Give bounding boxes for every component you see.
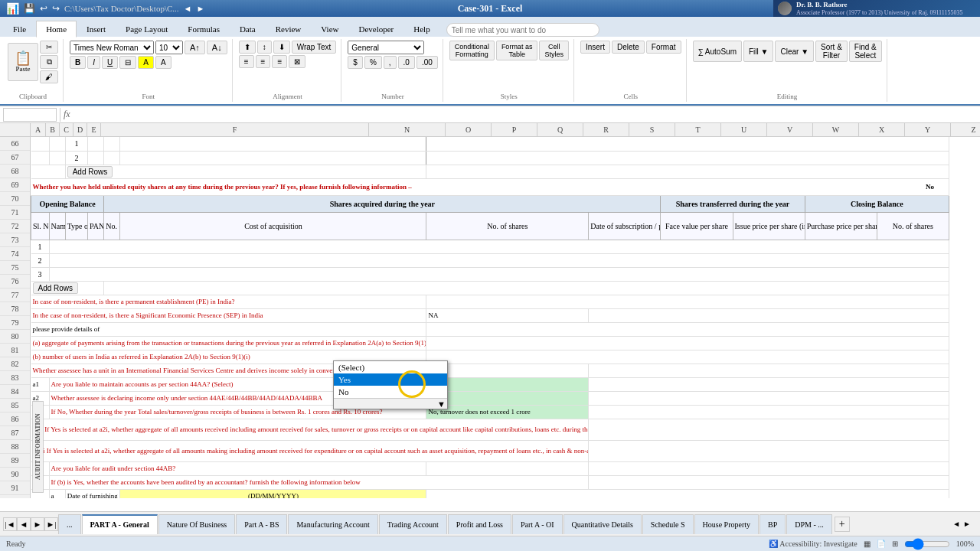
cell-68-a[interactable] — [31, 165, 66, 178]
sheet-tab-nature-of-business[interactable]: Nature Of Business — [158, 514, 235, 534]
quick-access-redo[interactable]: ↪ — [52, 3, 60, 15]
font-color-btn[interactable]: A — [155, 56, 172, 69]
cell-86[interactable]: a2iii If Yes is selected at a2i, whether… — [31, 440, 589, 461]
cell-67-e[interactable] — [104, 151, 120, 165]
cell-73-a[interactable]: 2 — [31, 253, 50, 267]
add-rows-button-68[interactable]: Add Rows — [67, 166, 113, 178]
sheet-tab-part-a-general[interactable]: PART A - General — [82, 514, 158, 534]
dropdown-option-yes[interactable]: Yes — [334, 373, 447, 386]
cell-77-q[interactable]: In the case of non-resident, is there a … — [31, 308, 426, 322]
font-decrease-btn[interactable]: A↓ — [207, 41, 227, 54]
bold-btn[interactable]: B — [70, 56, 86, 69]
cell-66-e[interactable] — [104, 137, 120, 151]
rownum-87[interactable]: 87 — [0, 426, 30, 440]
cell-79[interactable]: (a) aggregate of payments arising from t… — [31, 336, 426, 350]
rownum-70[interactable]: 70 — [0, 192, 30, 206]
cell-66-f[interactable] — [120, 137, 426, 151]
col-E[interactable]: E — [87, 123, 101, 136]
insert-btn[interactable]: Insert — [580, 41, 610, 54]
sheet-nav-next[interactable]: ► — [31, 517, 44, 531]
tab-file[interactable]: File — [3, 20, 36, 37]
autosum-btn[interactable]: ∑ AutoSum — [693, 41, 743, 62]
rownum-83[interactable]: 83 — [0, 371, 30, 385]
col-R[interactable]: R — [583, 123, 629, 136]
cell-66-a[interactable] — [31, 137, 50, 151]
find-select-btn[interactable]: Find &Select — [849, 41, 882, 62]
copy-button[interactable]: ⧉ — [40, 55, 58, 69]
sheet-tab-house-property[interactable]: House Property — [694, 514, 760, 534]
align-left-btn[interactable]: ≡ — [239, 55, 254, 68]
align-right-btn[interactable]: ≡ — [272, 55, 287, 68]
percent-btn[interactable]: % — [364, 56, 382, 69]
rownum-80[interactable]: 80 — [0, 330, 30, 344]
col-V[interactable]: V — [767, 123, 813, 136]
sheet-tab-ellipsis[interactable]: ... — [58, 514, 81, 534]
tab-formulas[interactable]: Formulas — [178, 20, 230, 37]
cell-89-a[interactable]: a — [49, 489, 65, 498]
decimal-dec-btn[interactable]: .00 — [416, 56, 438, 69]
cell-74-b[interactable] — [49, 267, 949, 281]
cell-67-n[interactable] — [426, 151, 949, 165]
tab-developer[interactable]: Developer — [348, 20, 403, 37]
font-size-select[interactable]: 10 — [155, 41, 183, 54]
rownum-90[interactable]: 90 — [0, 468, 30, 481]
view-normal[interactable]: ▦ — [864, 540, 871, 548]
number-format-select[interactable]: General — [348, 41, 424, 54]
tab-help[interactable]: Help — [403, 20, 439, 37]
rownum-74[interactable]: 74 — [0, 247, 30, 261]
col-Q[interactable]: Q — [537, 123, 583, 136]
col-Y[interactable]: Y — [905, 123, 951, 136]
cell-76[interactable]: In case of non-resident, is there a perm… — [31, 295, 426, 308]
quick-access-save[interactable]: 💾 — [24, 3, 35, 15]
cell-67-d[interactable] — [88, 151, 104, 165]
sheet-tab-dpm[interactable]: DPM - ... — [786, 514, 832, 534]
rownum-91[interactable]: 91 — [0, 481, 30, 495]
col-X[interactable]: X — [859, 123, 905, 136]
sheet-nav-prev[interactable]: ◄ — [17, 517, 31, 531]
rownum-82[interactable]: 82 — [0, 357, 30, 371]
rownum-69[interactable]: 69 — [0, 178, 30, 192]
tell-me-input[interactable] — [446, 23, 599, 37]
font-name-select[interactable]: Times New Roman — [70, 41, 154, 54]
tab-data[interactable]: Data — [230, 20, 266, 37]
col-D[interactable]: D — [74, 123, 87, 136]
cut-button[interactable]: ✂ — [40, 41, 58, 54]
rownum-68[interactable]: 68 — [0, 165, 30, 178]
zoom-level[interactable]: 100% — [956, 540, 974, 548]
cell-67-b[interactable] — [49, 151, 65, 165]
cell-68-addrows[interactable]: Add Rows — [65, 165, 426, 178]
cell-69[interactable]: Whether you have held unlisted equity sh… — [31, 178, 949, 195]
dropdown-option-select[interactable]: (Select) — [334, 361, 447, 373]
delete-btn[interactable]: Delete — [612, 41, 645, 54]
conditional-format-btn[interactable]: ConditionalFormatting — [449, 41, 495, 60]
merge-btn[interactable]: ⊠ — [289, 55, 305, 68]
rownum-92[interactable]: 92 — [0, 495, 30, 498]
format-btn[interactable]: Format — [646, 41, 681, 54]
sheet-tab-schedule-s[interactable]: Schedule S — [642, 514, 694, 534]
rownum-77[interactable]: 77 — [0, 289, 30, 302]
cell-67-f[interactable] — [120, 151, 426, 165]
col-B[interactable]: B — [46, 123, 60, 136]
tab-view[interactable]: View — [311, 20, 348, 37]
rownum-86[interactable]: 86 — [0, 412, 30, 426]
sheet-nav-first[interactable]: |◄ — [3, 517, 17, 531]
cell-89-ddmm[interactable]: (DD/MM/YYYY) — [120, 489, 426, 498]
sheet-tab-part-a-oi[interactable]: Part A - OI — [512, 514, 563, 534]
align-bottom-btn[interactable]: ⬇ — [273, 41, 290, 54]
sheet-tab-bp[interactable]: BP — [760, 514, 786, 534]
rownum-79[interactable]: 79 — [0, 316, 30, 330]
rownum-66[interactable]: 66 — [0, 137, 30, 151]
paste-button[interactable]: 📋 Paste — [8, 43, 38, 81]
cell-74-a[interactable]: 3 — [31, 267, 50, 281]
cell-77-a[interactable]: NA — [426, 308, 589, 322]
col-Z[interactable]: Z — [951, 123, 980, 136]
cell-72-a[interactable]: 1 — [31, 240, 50, 253]
rownum-89[interactable]: 89 — [0, 454, 30, 468]
cell-87-q[interactable]: Are you liable for audit under section 4… — [49, 461, 426, 475]
rownum-81[interactable]: 81 — [0, 344, 30, 357]
fill-btn[interactable]: Fill ▼ — [743, 41, 773, 62]
rownum-71[interactable]: 71 — [0, 206, 30, 220]
align-middle-btn[interactable]: ↕ — [257, 41, 272, 54]
font-increase-btn[interactable]: A↑ — [185, 41, 205, 54]
cell-78[interactable]: please provide details of — [31, 322, 426, 336]
